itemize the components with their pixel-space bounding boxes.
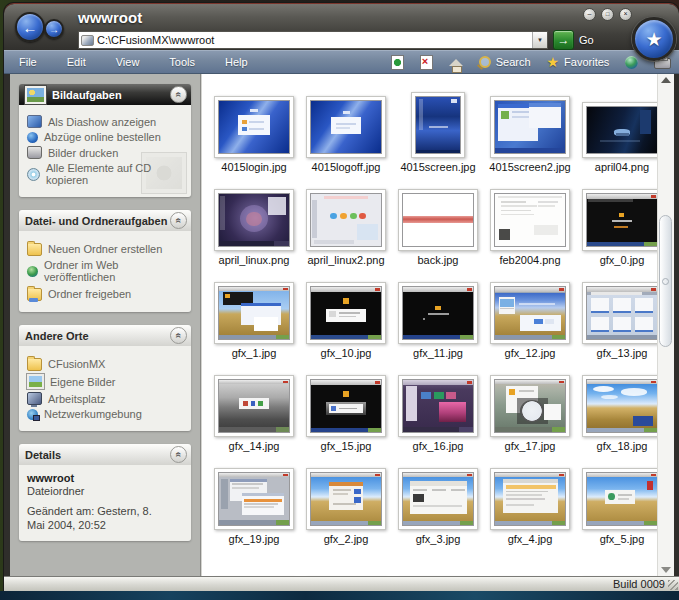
menu-tools[interactable]: Tools xyxy=(154,56,210,68)
star-logo-button[interactable] xyxy=(632,17,676,61)
close-button[interactable] xyxy=(619,8,632,21)
sidebar-item-prints[interactable]: Abzüge online bestellen xyxy=(27,131,185,143)
file-item-gfx_16.jpg[interactable]: gfx_16.jpg xyxy=(392,360,484,453)
thumbnail-image xyxy=(218,193,290,247)
file-item-gfx_13.jpg[interactable]: gfx_13.jpg xyxy=(576,267,668,360)
file-item-partial[interactable] xyxy=(484,546,576,576)
home-icon[interactable] xyxy=(449,59,463,66)
panel-other-places: Andere Orte CFusionMXEigene BilderArbeit… xyxy=(19,325,191,431)
file-item-partial[interactable] xyxy=(392,546,484,576)
go-button[interactable] xyxy=(553,30,574,50)
file-item-april_linux2.png[interactable]: april_linux2.png xyxy=(300,174,392,267)
file-item-gfx_11.jpg[interactable]: gfx_11.jpg xyxy=(392,267,484,360)
thumbnail-image xyxy=(218,472,290,526)
file-item-gfx_4.jpg[interactable]: gfx_4.jpg xyxy=(484,453,576,546)
file-item-gfx_5.jpg[interactable]: gfx_5.jpg xyxy=(576,453,668,546)
file-item-gfx_3.jpg[interactable]: gfx_3.jpg xyxy=(392,453,484,546)
file-item-4015login.jpg[interactable]: 4015login.jpg xyxy=(208,81,300,174)
sidebar-item-label: Eigene Bilder xyxy=(50,376,115,388)
other-places-header[interactable]: Andere Orte xyxy=(19,325,191,346)
globe-icon[interactable] xyxy=(625,56,638,69)
back-button[interactable] xyxy=(15,12,45,42)
search-button[interactable]: Search xyxy=(479,56,531,68)
file-name: gfx_0.jpg xyxy=(600,254,645,267)
panel-file-folder-tasks: Datei- und Ordneraufgaben Neuen Ordner e… xyxy=(19,210,191,312)
stop-page-icon[interactable] xyxy=(420,55,433,70)
refresh-page-icon[interactable] xyxy=(391,55,404,70)
sidebar-item-webpub[interactable]: Ordner im Web veröffentlichen xyxy=(27,259,185,283)
details-header[interactable]: Details xyxy=(19,444,191,465)
file-item-4015screen2.jpg[interactable]: 4015screen2.jpg xyxy=(484,81,576,174)
file-item-gfx_0.jpg[interactable]: gfx_0.jpg xyxy=(576,174,668,267)
file-item-april04.png[interactable]: april04.png xyxy=(576,81,668,174)
file-item-gfx_12.jpg[interactable]: gfx_12.jpg xyxy=(484,267,576,360)
picture-tasks-header[interactable]: Bildaufgaben xyxy=(19,84,191,105)
sidebar-item-network[interactable]: Netzwerkumgebung xyxy=(27,408,185,420)
maximize-button[interactable] xyxy=(601,8,614,21)
file-item-gfx_14.jpg[interactable]: gfx_14.jpg xyxy=(208,360,300,453)
file-item-april_linux.png[interactable]: april_linux.png xyxy=(208,174,300,267)
file-folder-tasks-header[interactable]: Datei- und Ordneraufgaben xyxy=(19,210,191,231)
menu-help[interactable]: Help xyxy=(210,56,263,68)
thumbnail-image xyxy=(494,100,566,154)
menu-view[interactable]: View xyxy=(101,56,155,68)
file-item-back.jpg[interactable]: back.jpg xyxy=(392,174,484,267)
forward-button[interactable] xyxy=(44,19,64,39)
file-name: gfx_14.jpg xyxy=(229,440,280,453)
panel-title: Details xyxy=(25,449,170,461)
file-item-gfx_19.jpg[interactable]: gfx_19.jpg xyxy=(208,453,300,546)
scroll-up-icon[interactable] xyxy=(661,77,671,83)
file-item-gfx_1.jpg[interactable]: gfx_1.jpg xyxy=(208,267,300,360)
file-item-partial[interactable] xyxy=(208,546,300,576)
resize-grip[interactable] xyxy=(668,580,678,590)
sidebar-item-folder[interactable]: CFusionMX xyxy=(27,356,185,371)
file-item-feb2004.png[interactable]: feb2004.png xyxy=(484,174,576,267)
file-item-4015screen.jpg[interactable]: 4015screen.jpg xyxy=(392,81,484,174)
details-folder-name: wwwroot xyxy=(27,472,185,484)
thumbnail-frame xyxy=(582,282,662,344)
thumbnail-image xyxy=(218,100,290,154)
collapse-chevron-icon[interactable] xyxy=(170,86,187,103)
scrollbar[interactable] xyxy=(657,74,674,576)
file-name: gfx_10.jpg xyxy=(321,347,372,360)
address-input[interactable] xyxy=(97,33,532,47)
thumbnail-image xyxy=(586,193,658,247)
sidebar-item-mypc[interactable]: Arbeitsplatz xyxy=(27,392,185,405)
file-item-partial[interactable] xyxy=(576,546,668,576)
file-item-gfx_15.jpg[interactable]: gfx_15.jpg xyxy=(300,360,392,453)
sidebar-item-sharefolder[interactable]: Ordner freigeben xyxy=(27,286,185,301)
address-dropdown-icon[interactable] xyxy=(532,32,547,48)
file-item-gfx_10.jpg[interactable]: gfx_10.jpg xyxy=(300,267,392,360)
sidebar-item-slideshow[interactable]: Als Diashow anzeigen xyxy=(27,115,185,128)
sidebar-item-newfolder[interactable]: Neuen Ordner erstellen xyxy=(27,241,185,256)
sidebar-item-cdcopy[interactable]: Alle Elemente auf CD kopieren xyxy=(27,162,185,186)
panel-title: Andere Orte xyxy=(25,330,170,342)
sidebar-item-label: CFusionMX xyxy=(48,358,105,370)
file-item-gfx_18.jpg[interactable]: gfx_18.jpg xyxy=(576,360,668,453)
file-item-partial[interactable] xyxy=(300,546,392,576)
thumbnail-frame xyxy=(490,189,570,251)
file-item-4015logoff.jpg[interactable]: 4015logoff.jpg xyxy=(300,81,392,174)
sidebar-item-printpic[interactable]: Bilder drucken xyxy=(27,146,185,159)
thumbnail-frame xyxy=(214,468,294,530)
file-item-gfx_2.jpg[interactable]: gfx_2.jpg xyxy=(300,453,392,546)
file-name: gfx_1.jpg xyxy=(232,347,277,360)
file-grid: 4015login.jpg4015logoff.jpg4015screen.jp… xyxy=(202,74,674,576)
panel-title: Bildaufgaben xyxy=(52,89,170,101)
go-label[interactable]: Go xyxy=(579,34,594,46)
minimize-button[interactable] xyxy=(583,8,596,21)
collapse-chevron-icon[interactable] xyxy=(170,212,187,229)
collapse-chevron-icon[interactable] xyxy=(170,327,187,344)
menu-file[interactable]: File xyxy=(4,56,52,68)
scrollbar-thumb[interactable] xyxy=(659,215,672,348)
thumbnail-image xyxy=(310,100,382,154)
sidebar-item-mypics[interactable]: Eigene Bilder xyxy=(27,374,185,389)
thumbnail-image xyxy=(402,286,474,340)
menu-edit[interactable]: Edit xyxy=(52,56,101,68)
address-bar[interactable] xyxy=(78,31,548,49)
file-item-gfx_17.jpg[interactable]: gfx_17.jpg xyxy=(484,360,576,453)
collapse-chevron-icon[interactable] xyxy=(170,446,187,463)
details-folder-type: Dateiordner xyxy=(27,485,185,497)
scroll-down-icon[interactable] xyxy=(661,567,671,573)
favorites-button[interactable]: Favorites xyxy=(547,56,610,68)
